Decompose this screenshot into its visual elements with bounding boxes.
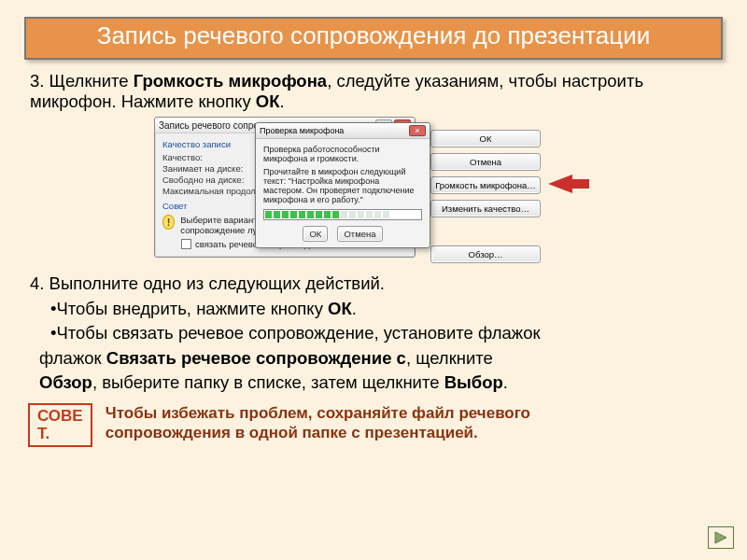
ok-button[interactable]: ОК [303, 226, 328, 242]
tip-text: Чтобы избежать проблем, сохраняйте файл … [106, 403, 628, 443]
bold: ОК [328, 299, 352, 318]
bold: Громкость микрофона [134, 71, 327, 91]
bullet-1: •Чтобы внедрить, нажмите кнопку ОК. [0, 297, 747, 322]
slide-title: Запись речевого сопровождения до презент… [24, 17, 723, 60]
svg-marker-0 [715, 532, 726, 543]
inner-dialog: Проверка микрофона × Проверка работоспос… [255, 122, 430, 248]
text: . [352, 299, 357, 318]
text: Проверка работоспособности микрофона и г… [263, 145, 422, 163]
ok-button[interactable]: ОК [430, 130, 541, 147]
checkbox[interactable] [181, 239, 191, 249]
triangle-right-icon [713, 531, 728, 544]
text: 3. Щелкните [30, 71, 134, 91]
text: •Чтобы связать речевое сопровождение, ус… [50, 323, 541, 343]
cancel-button[interactable]: Отмена [337, 226, 382, 242]
bullet-2-line2: флажок Связать речевое сопровождение с, … [0, 346, 747, 371]
mic-volume-button[interactable]: Громкость микрофона… [430, 176, 541, 194]
bold: ОК [256, 91, 280, 111]
text: . [280, 91, 285, 111]
tip-label: СОВЕТ. [28, 403, 92, 447]
bullet-2-line1: •Чтобы связать речевое сопровождение, ус… [0, 321, 747, 346]
arrow-icon [548, 175, 572, 193]
text: , щелкните [406, 348, 493, 368]
next-slide-button[interactable] [708, 526, 734, 549]
dialog-title: Проверка микрофона [260, 126, 344, 135]
text: Прочитайте в микрофон следующий текст: "… [263, 167, 422, 204]
text: . [503, 372, 508, 392]
step-3: 3. Щелкните Громкость микрофона, следуйт… [0, 69, 747, 115]
dialog-screenshot: Запись речевого сопровожд ? × Качество з… [0, 117, 747, 266]
bold: Выбор [444, 372, 503, 392]
cancel-button[interactable]: Отмена [430, 153, 541, 171]
change-quality-button[interactable]: Изменить качество… [430, 200, 541, 217]
close-icon[interactable]: × [409, 125, 426, 136]
bold: Обзор [39, 372, 92, 392]
bold: Связать речевое сопровождение с [106, 348, 406, 368]
step-4: 4. Выполните одно из следующих действий. [0, 272, 747, 297]
text: •Чтобы внедрить, нажмите кнопку [50, 299, 328, 318]
level-meter [263, 209, 422, 220]
info-icon: ! [162, 215, 175, 230]
bullet-2-line3: Обзор, выберите папку в списке, затем ще… [0, 371, 747, 396]
text: , выберите папку в списке, затем щелкнит… [92, 372, 444, 392]
browse-button[interactable]: Обзор… [430, 245, 541, 263]
